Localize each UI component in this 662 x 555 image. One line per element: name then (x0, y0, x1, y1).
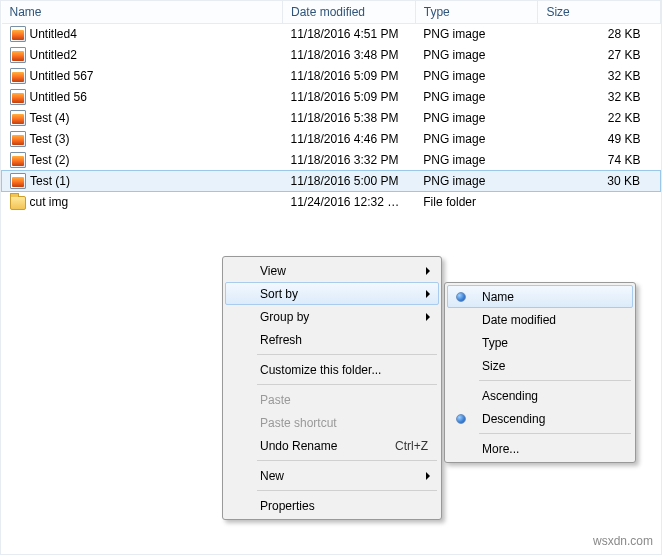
table-row[interactable]: Untitled 5611/18/2016 5:09 PMPNG image32… (2, 87, 661, 108)
menu-separator (257, 354, 437, 355)
menu-item-refresh[interactable]: Refresh (225, 328, 439, 351)
file-size: 28 KB (538, 24, 661, 45)
table-row[interactable]: Untitled211/18/2016 3:48 PMPNG image27 K… (2, 45, 661, 66)
file-date: 11/18/2016 4:46 PM (282, 129, 415, 150)
menu-separator (479, 380, 631, 381)
menu-item-label: Ascending (482, 389, 538, 403)
table-row[interactable]: Untitled411/18/2016 4:51 PMPNG image28 K… (2, 24, 661, 45)
column-header-size[interactable]: Size (538, 1, 661, 24)
column-header-type[interactable]: Type (415, 1, 538, 24)
file-date: 11/18/2016 4:51 PM (282, 24, 415, 45)
column-header-name[interactable]: Name (2, 1, 283, 24)
file-name: Untitled4 (30, 27, 77, 41)
chevron-right-icon (426, 472, 430, 480)
menu-item-label: New (260, 469, 284, 483)
file-name: Test (2) (30, 153, 70, 167)
table-row[interactable]: Test (4)11/18/2016 5:38 PMPNG image22 KB (2, 108, 661, 129)
file-name: Test (4) (30, 111, 70, 125)
sort-by-submenu: Name Date modified Type Size Ascending D… (444, 282, 636, 463)
file-size: 27 KB (538, 45, 661, 66)
file-size (538, 192, 661, 213)
file-type: PNG image (415, 24, 538, 45)
file-date: 11/18/2016 3:32 PM (282, 150, 415, 171)
chevron-right-icon (426, 313, 430, 321)
file-size: 49 KB (538, 129, 661, 150)
file-date: 11/18/2016 5:00 PM (282, 171, 415, 192)
file-name: Untitled2 (30, 48, 77, 62)
submenu-item-date[interactable]: Date modified (447, 308, 633, 331)
menu-item-paste-shortcut: Paste shortcut (225, 411, 439, 434)
file-type: PNG image (415, 150, 538, 171)
file-name: Untitled 56 (30, 90, 87, 104)
file-type: File folder (415, 192, 538, 213)
menu-item-label: Properties (260, 499, 315, 513)
file-list: Name Date modified Type Size Untitled411… (1, 1, 661, 213)
menu-item-label: Size (482, 359, 505, 373)
file-type: PNG image (415, 108, 538, 129)
menu-item-customize[interactable]: Customize this folder... (225, 358, 439, 381)
image-file-icon (10, 26, 26, 42)
submenu-item-type[interactable]: Type (447, 331, 633, 354)
submenu-item-ascending[interactable]: Ascending (447, 384, 633, 407)
file-name: Test (1) (30, 174, 70, 188)
chevron-right-icon (426, 290, 430, 298)
image-file-icon (10, 89, 26, 105)
file-name: cut img (30, 195, 69, 209)
file-type: PNG image (415, 45, 538, 66)
menu-item-label: Paste shortcut (260, 416, 337, 430)
submenu-item-more[interactable]: More... (447, 437, 633, 460)
menu-item-label: View (260, 264, 286, 278)
file-date: 11/18/2016 3:48 PM (282, 45, 415, 66)
column-header-date[interactable]: Date modified (282, 1, 415, 24)
menu-separator (257, 384, 437, 385)
image-file-icon (10, 68, 26, 84)
menu-item-label: Descending (482, 412, 545, 426)
menu-item-shortcut: Ctrl+Z (395, 439, 428, 453)
file-type: PNG image (415, 87, 538, 108)
radio-selected-icon (456, 414, 466, 424)
submenu-item-descending[interactable]: Descending (447, 407, 633, 430)
menu-item-label: Type (482, 336, 508, 350)
table-row[interactable]: Untitled 56711/18/2016 5:09 PMPNG image3… (2, 66, 661, 87)
menu-separator (257, 460, 437, 461)
table-row[interactable]: Test (2)11/18/2016 3:32 PMPNG image74 KB (2, 150, 661, 171)
menu-item-label: Date modified (482, 313, 556, 327)
menu-item-label: More... (482, 442, 519, 456)
file-date: 11/18/2016 5:38 PM (282, 108, 415, 129)
menu-item-new[interactable]: New (225, 464, 439, 487)
menu-item-undo-rename[interactable]: Undo Rename Ctrl+Z (225, 434, 439, 457)
file-name: Untitled 567 (30, 69, 94, 83)
menu-item-group-by[interactable]: Group by (225, 305, 439, 328)
menu-item-view[interactable]: View (225, 259, 439, 282)
menu-item-paste: Paste (225, 388, 439, 411)
image-file-icon (10, 152, 26, 168)
chevron-right-icon (426, 267, 430, 275)
file-size: 22 KB (538, 108, 661, 129)
menu-item-label: Undo Rename (260, 439, 337, 453)
menu-item-label: Refresh (260, 333, 302, 347)
image-file-icon (10, 110, 26, 126)
file-size: 30 KB (538, 171, 661, 192)
folder-icon (10, 194, 26, 210)
file-size: 74 KB (538, 150, 661, 171)
menu-item-label: Customize this folder... (260, 363, 381, 377)
menu-item-label: Group by (260, 310, 309, 324)
menu-item-sort-by[interactable]: Sort by (225, 282, 439, 305)
image-file-icon (10, 131, 26, 147)
file-date: 11/18/2016 5:09 PM (282, 87, 415, 108)
menu-item-label: Name (482, 290, 514, 304)
file-size: 32 KB (538, 66, 661, 87)
file-type: PNG image (415, 171, 538, 192)
table-row[interactable]: Test (1)11/18/2016 5:00 PMPNG image30 KB (2, 171, 661, 192)
file-type: PNG image (415, 66, 538, 87)
submenu-item-name[interactable]: Name (447, 285, 633, 308)
menu-item-label: Paste (260, 393, 291, 407)
menu-item-properties[interactable]: Properties (225, 494, 439, 517)
image-file-icon (10, 47, 26, 63)
submenu-item-size[interactable]: Size (447, 354, 633, 377)
file-name: Test (3) (30, 132, 70, 146)
table-row[interactable]: Test (3)11/18/2016 4:46 PMPNG image49 KB (2, 129, 661, 150)
menu-separator (479, 433, 631, 434)
image-file-icon (10, 173, 26, 189)
table-row[interactable]: cut img11/24/2016 12:32 …File folder (2, 192, 661, 213)
